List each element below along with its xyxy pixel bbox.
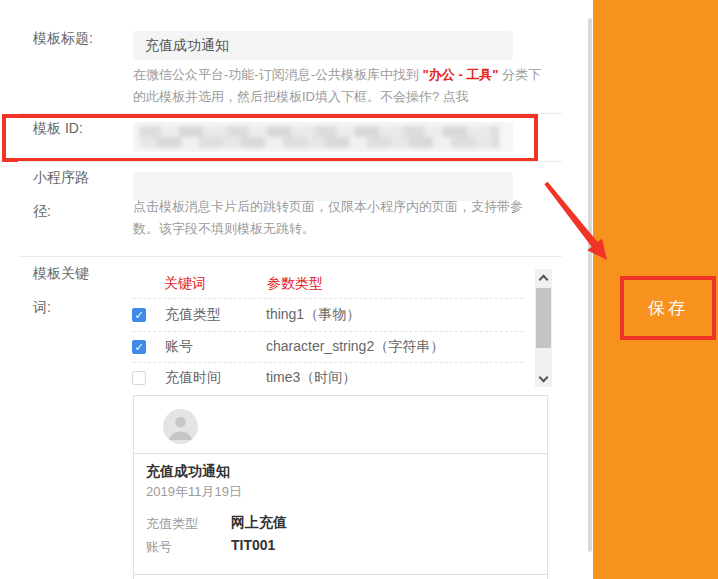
scroll-up-icon[interactable] — [535, 271, 552, 287]
save-button[interactable]: 保存 — [620, 276, 716, 340]
template-title-label: 模板标题: — [33, 21, 93, 55]
param-type-column-header: 参数类型 — [267, 273, 323, 293]
page-scrollbar-thumb[interactable] — [588, 18, 592, 552]
row-separator — [133, 362, 523, 363]
section-divider — [18, 161, 562, 162]
keyword-row: 充值时间 time3（时间） — [132, 364, 527, 392]
path-label: 小程序路径: — [33, 160, 97, 228]
template-title-input[interactable]: 充值成功通知 — [133, 31, 513, 60]
preview-field-value: 网上充值 — [231, 514, 287, 532]
template-preview-card: 充值成功通知 2019年11月19日 充值类型 网上充值 账号 TIT001 — [133, 395, 548, 579]
keyword-param-type: thing1（事物） — [266, 306, 360, 324]
keyword-param-type: character_string2（字符串） — [266, 338, 444, 356]
preview-field-label: 充值类型 — [146, 515, 198, 533]
keyword-checkbox[interactable] — [132, 340, 146, 354]
row-separator — [133, 298, 523, 299]
keyword-list-scrollbar[interactable] — [535, 269, 552, 387]
preview-field-value: TIT001 — [231, 537, 275, 553]
template-title-help: 在微信公众平台-功能-订阅消息-公共模板库中找到 "办公 - 工具" 分类下的此… — [133, 64, 547, 108]
help-category-highlight: "办公 - 工具" — [423, 67, 499, 82]
keyword-name: 账号 — [165, 338, 248, 356]
preview-field-label: 账号 — [146, 538, 172, 556]
preview-date: 2019年11月19日 — [146, 483, 242, 501]
preview-title: 充值成功通知 — [146, 463, 230, 481]
scroll-down-icon[interactable] — [535, 369, 552, 385]
template-id-label: 模板 ID: — [33, 111, 83, 145]
blurred-id-value — [139, 126, 499, 148]
path-help: 点击模板消息卡片后的跳转页面，仅限本小程序内的页面，支持带参数。该字段不填则模板… — [133, 196, 541, 240]
section-divider — [18, 113, 562, 114]
card-divider — [134, 453, 547, 454]
template-id-input[interactable] — [133, 122, 513, 152]
keyword-name: 充值时间 — [165, 369, 248, 387]
section-divider — [18, 256, 562, 257]
avatar — [163, 409, 198, 444]
keyword-column-header: 关键词 — [164, 273, 206, 293]
keyword-row: 充值类型 thing1（事物） — [132, 301, 527, 329]
template-config-page: 模板标题: 充值成功通知 在微信公众平台-功能-订阅消息-公共模板库中找到 "办… — [0, 0, 718, 579]
keyword-checkbox[interactable] — [132, 308, 146, 322]
help-text-part1: 在微信公众平台-功能-订阅消息-公共模板库中找到 — [133, 67, 423, 82]
keywords-label: 模板关键词: — [33, 256, 97, 324]
row-separator — [133, 331, 523, 332]
keyword-row: 账号 character_string2（字符串） — [132, 333, 527, 361]
card-divider — [134, 574, 547, 575]
scrollbar-thumb[interactable] — [536, 288, 551, 348]
keyword-name: 充值类型 — [165, 306, 248, 324]
keyword-checkbox[interactable] — [132, 371, 146, 385]
keyword-param-type: time3（时间） — [266, 369, 356, 387]
